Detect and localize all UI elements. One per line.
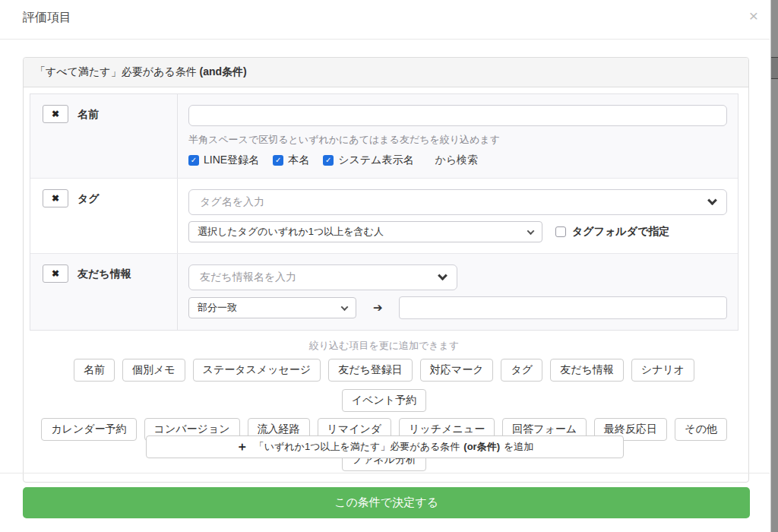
condition-row-tag-head: ✖ タグ bbox=[30, 179, 178, 253]
add-condition-chip-button[interactable]: 対応マーク bbox=[420, 359, 494, 382]
remove-icon: ✖ bbox=[52, 268, 59, 279]
page-title: 評価項目 bbox=[23, 10, 71, 26]
add-condition-chip-button[interactable]: 名前 bbox=[74, 359, 115, 382]
checkbox-real-name[interactable]: ✓ 本名 bbox=[273, 154, 309, 167]
footer-divider bbox=[0, 473, 770, 473]
checkbox-checked-icon: ✓ bbox=[188, 155, 199, 166]
tag-name-placeholder: タグ名を入力 bbox=[200, 195, 264, 209]
match-type-select-value: 部分一致 bbox=[198, 301, 237, 315]
plus-icon: ＋ bbox=[236, 439, 248, 455]
and-condition-header: 「すべて満たす」必要がある条件 (and条件) bbox=[24, 58, 748, 87]
friend-info-name-select[interactable]: 友だち情報名を入力 bbox=[188, 264, 457, 290]
tag-folder-checkbox[interactable]: タグフォルダで指定 bbox=[555, 225, 669, 239]
checkbox-unchecked-icon bbox=[555, 226, 566, 237]
friend-info-name-placeholder: 友だち情報名を入力 bbox=[200, 271, 296, 284]
scrollbar[interactable] bbox=[770, 0, 778, 532]
or-button-bold-text: (or条件) bbox=[463, 440, 500, 454]
name-search-input[interactable] bbox=[188, 105, 727, 126]
name-search-targets: ✓ LINE登録名 ✓ 本名 ✓ システム表示名 から検索 bbox=[188, 154, 727, 167]
add-condition-chip-button[interactable]: 個別メモ bbox=[122, 359, 185, 382]
remove-name-condition-button[interactable]: ✖ bbox=[43, 105, 68, 123]
tag-match-select[interactable]: 選択したタグのいずれか1つ以上を含む人 bbox=[188, 221, 542, 242]
or-button-text: 「いずれか1つ以上を満たす」必要がある条件 bbox=[255, 440, 460, 454]
add-condition-chip-button[interactable]: 友だち登録日 bbox=[328, 359, 413, 382]
condition-row-label: タグ bbox=[77, 189, 100, 207]
add-condition-chip-button[interactable]: イベント予約 bbox=[342, 389, 426, 412]
remove-icon: ✖ bbox=[52, 193, 59, 204]
tag-name-input[interactable]: タグ名を入力 bbox=[188, 189, 727, 215]
or-button-suffix: を追加 bbox=[504, 440, 533, 454]
condition-row-name-body: 半角スペースで区切るといずれかにあてはまる友だちを絞り込めます ✓ LINE登録… bbox=[178, 94, 738, 178]
scrollbar-thumb[interactable] bbox=[771, 57, 778, 79]
checkbox-checked-icon: ✓ bbox=[323, 155, 334, 166]
arrow-right-icon: ➔ bbox=[373, 301, 383, 315]
remove-tag-condition-button[interactable]: ✖ bbox=[43, 189, 68, 207]
chevron-down-icon bbox=[438, 271, 448, 280]
chevron-down-icon bbox=[707, 195, 717, 205]
add-condition-chip-button[interactable]: 友だち情報 bbox=[550, 359, 624, 382]
add-condition-chip-button[interactable]: カレンダー予約 bbox=[41, 418, 136, 441]
tag-folder-checkbox-label: タグフォルダで指定 bbox=[572, 225, 669, 239]
add-condition-chip-button[interactable]: ステータスメッセージ bbox=[193, 359, 321, 382]
chevron-down-icon bbox=[527, 227, 535, 235]
and-condition-header-bold: (and条件) bbox=[200, 65, 247, 78]
condition-row-tag-body: タグ名を入力 選択したタグのいずれか1つ以上を含む人 タグフォルダで指定 bbox=[178, 179, 738, 253]
add-condition-chips-row1: 名前個別メモステータスメッセージ友だち登録日対応マークタグ友だち情報シナリオイベ… bbox=[30, 359, 738, 412]
tag-options-line: 選択したタグのいずれか1つ以上を含む人 タグフォルダで指定 bbox=[188, 221, 727, 242]
search-from-suffix: から検索 bbox=[435, 154, 478, 167]
add-items-note: 絞り込む項目を更に追加できます bbox=[30, 339, 738, 353]
add-condition-chip-button[interactable]: タグ bbox=[501, 359, 542, 382]
friend-info-value-line: 部分一致 ➔ bbox=[188, 296, 727, 319]
and-condition-body: ✖ 名前 半角スペースで区切るといずれかにあてはまる友だちを絞り込めます ✓ L… bbox=[24, 87, 748, 482]
match-type-select[interactable]: 部分一致 bbox=[188, 297, 356, 318]
and-condition-header-text: 「すべて満たす」必要がある条件 bbox=[35, 65, 200, 78]
checkbox-label: LINE登録名 bbox=[204, 154, 259, 167]
chevron-down-icon bbox=[341, 303, 349, 311]
condition-row-name-head: ✖ 名前 bbox=[30, 94, 178, 178]
evaluation-items-modal: 評価項目 × 「すべて満たす」必要がある条件 (and条件) ✖ 名前 bbox=[0, 0, 778, 532]
condition-row-name: ✖ 名前 半角スペースで区切るといずれかにあてはまる友だちを絞り込めます ✓ L… bbox=[30, 94, 738, 178]
condition-row-label: 名前 bbox=[77, 105, 99, 123]
add-condition-chip-button[interactable]: シナリオ bbox=[631, 359, 694, 382]
close-button[interactable]: × bbox=[749, 8, 758, 24]
checkbox-checked-icon: ✓ bbox=[273, 155, 283, 166]
header-divider bbox=[0, 39, 770, 40]
tag-match-select-value: 選択したタグのいずれか1つ以上を含む人 bbox=[198, 225, 384, 239]
name-search-helper-text: 半角スペースで区切るといずれかにあてはまる友だちを絞り込めます bbox=[188, 133, 727, 147]
add-or-condition-button[interactable]: ＋ 「いずれか1つ以上を満たす」必要がある条件(or条件)を追加 bbox=[146, 435, 624, 458]
checkbox-system-display-name[interactable]: ✓ システム表示名 bbox=[323, 154, 413, 167]
checkbox-label: 本名 bbox=[288, 154, 309, 167]
friend-info-value-input[interactable] bbox=[399, 296, 727, 319]
condition-table: ✖ 名前 半角スペースで区切るといずれかにあてはまる友だちを絞り込めます ✓ L… bbox=[30, 93, 738, 331]
condition-row-tag: ✖ タグ タグ名を入力 選択したタグのいずれか1つ以上を含む人 bbox=[30, 178, 738, 253]
close-icon: × bbox=[749, 7, 758, 24]
condition-row-label: 友だち情報 bbox=[77, 264, 131, 283]
checkbox-line-register-name[interactable]: ✓ LINE登録名 bbox=[188, 154, 259, 167]
remove-icon: ✖ bbox=[52, 109, 59, 119]
condition-row-friend-info: ✖ 友だち情報 友だち情報名を入力 部分一致 bbox=[30, 253, 738, 330]
condition-row-friend-info-body: 友だち情報名を入力 部分一致 ➔ bbox=[178, 254, 738, 330]
checkbox-label: システム表示名 bbox=[338, 154, 413, 167]
confirm-conditions-button[interactable]: この条件で決定する bbox=[23, 487, 750, 518]
and-condition-panel: 「すべて満たす」必要がある条件 (and条件) ✖ 名前 半角スペースで区切ると… bbox=[23, 57, 749, 483]
condition-row-friend-info-head: ✖ 友だち情報 bbox=[30, 254, 178, 330]
remove-friend-info-condition-button[interactable]: ✖ bbox=[43, 264, 68, 283]
add-condition-chip-button[interactable]: その他 bbox=[675, 418, 727, 441]
